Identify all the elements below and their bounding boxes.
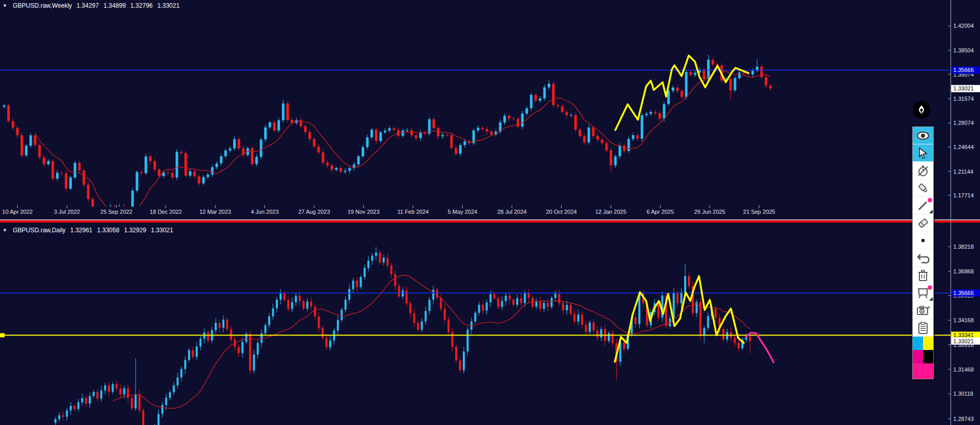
svg-text:1.33021: 1.33021: [953, 85, 974, 91]
weekly-high-value: 1.34899: [103, 2, 125, 9]
svg-text:3 Jul 2022: 3 Jul 2022: [54, 209, 80, 215]
active-color-dot: [928, 285, 932, 290]
eraser-icon: [916, 216, 930, 230]
brush-size-button[interactable]: [913, 232, 933, 249]
svg-text:10 Apr 2022: 10 Apr 2022: [2, 209, 32, 215]
select-cursor-button[interactable]: [913, 144, 933, 162]
undo-button[interactable]: [913, 249, 933, 267]
trash-icon: [917, 269, 929, 282]
daily-close-value: 1.33021: [151, 227, 173, 234]
daily-open-value: 1.32961: [70, 227, 92, 234]
svg-text:1.30118: 1.30118: [953, 391, 973, 397]
visibility-toggle-button[interactable]: [913, 127, 933, 144]
svg-text:1.42004: 1.42004: [953, 23, 974, 29]
svg-text:4 Jun 2023: 4 Jun 2023: [251, 209, 278, 215]
pane-divider: [0, 219, 980, 220]
svg-text:1.21144: 1.21144: [953, 169, 973, 175]
svg-text:1.31468: 1.31468: [953, 366, 974, 373]
dot-icon: [920, 238, 926, 243]
trading-platform-window: 1.420041.385041.350741.315741.280741.246…: [0, 0, 980, 425]
svg-text:1.28074: 1.28074: [953, 120, 974, 126]
svg-text:1.35666: 1.35666: [953, 67, 974, 73]
svg-text:1.28743: 1.28743: [953, 416, 974, 422]
swatch-black[interactable]: [923, 350, 933, 363]
svg-text:1.34168: 1.34168: [953, 317, 974, 323]
timer-disable-button[interactable]: [913, 162, 933, 179]
svg-text:1.38504: 1.38504: [953, 47, 974, 53]
svg-text:1.36868: 1.36868: [953, 268, 974, 274]
screenshot-button[interactable]: [913, 302, 933, 319]
svg-text:5 May 2024: 5 May 2024: [448, 209, 477, 215]
svg-text:1.31574: 1.31574: [953, 96, 974, 102]
svg-text:1.17714: 1.17714: [953, 192, 974, 198]
weekly-open-value: 1.34297: [77, 2, 99, 9]
svg-text:18 Dec 2022: 18 Dec 2022: [150, 209, 182, 215]
svg-text:28 Jul 2024: 28 Jul 2024: [497, 209, 526, 215]
paste-list-button[interactable]: [913, 319, 933, 337]
active-color-dot: [928, 198, 932, 202]
svg-text:1.35666: 1.35666: [953, 290, 974, 296]
svg-text:21 Sep 2025: 21 Sep 2025: [743, 209, 775, 215]
flyout-corner-icon: [929, 297, 933, 301]
svg-text:1.38218: 1.38218: [953, 244, 974, 250]
svg-text:12 Mar 2023: 12 Mar 2023: [199, 209, 231, 215]
cursor-arrow-icon: [918, 147, 928, 159]
palette-row-2: [913, 350, 933, 363]
eraser-tool-button[interactable]: [913, 214, 933, 232]
flyout-corner-icon: [929, 210, 933, 213]
weekly-symbol-label: GBPUSD.raw,Weekly: [13, 2, 72, 9]
active-color-swatch[interactable]: [913, 363, 933, 379]
daily-chart-title: ▼ GBPUSD.raw,Daily 1.32961 1.33058 1.329…: [3, 227, 173, 234]
palette-row-1: [913, 337, 933, 350]
svg-text:29 Jun 2025: 29 Jun 2025: [694, 209, 725, 215]
svg-text:20 Oct 2024: 20 Oct 2024: [546, 209, 577, 215]
swatch-yellow[interactable]: [923, 337, 933, 350]
collapse-arrow-icon[interactable]: ▼: [3, 3, 7, 8]
stopwatch-off-icon: [917, 164, 929, 177]
svg-text:27 Aug 2023: 27 Aug 2023: [298, 209, 330, 215]
swatch-cyan[interactable]: [913, 337, 923, 350]
tool-panel: [912, 126, 934, 379]
drawing-toolbar: [912, 101, 936, 379]
board-tool-button[interactable]: [913, 284, 933, 302]
weekly-close-value: 1.33021: [157, 2, 179, 9]
svg-text:6 Apr 2025: 6 Apr 2025: [647, 209, 674, 215]
line-pen-tool-button[interactable]: [913, 197, 933, 214]
collapse-arrow-icon[interactable]: ▼: [3, 228, 7, 233]
svg-text:1.33341: 1.33341: [953, 332, 974, 338]
marker-icon: [917, 182, 929, 194]
svg-text:11 Feb 2024: 11 Feb 2024: [398, 209, 429, 215]
weekly-low-value: 1.32796: [130, 2, 153, 9]
svg-text:1.33021: 1.33021: [953, 338, 974, 344]
weekly-chart-title: ▼ GBPUSD.raw,Weekly 1.34297 1.34899 1.32…: [3, 2, 180, 9]
daily-symbol-label: GBPUSD.raw,Daily: [13, 227, 66, 234]
daily-high-value: 1.33058: [97, 227, 119, 234]
camera-icon: [916, 305, 930, 316]
marker-tool-button[interactable]: [913, 179, 933, 197]
undo-arrow-icon: [916, 252, 930, 264]
svg-text:25 Sep 2022: 25 Sep 2022: [100, 209, 132, 215]
svg-text:1.24644: 1.24644: [953, 144, 974, 150]
eye-icon: [916, 131, 930, 140]
swatch-magenta[interactable]: [913, 350, 923, 363]
clipboard-icon: [918, 322, 928, 334]
svg-text:12 Jan 2025: 12 Jan 2025: [595, 209, 627, 215]
delete-button[interactable]: [913, 267, 933, 284]
pen-tool-button[interactable]: [913, 101, 930, 119]
hline-handle: [0, 333, 5, 337]
daily-low-value: 1.32929: [124, 227, 146, 234]
charts-canvas[interactable]: 1.420041.385041.350741.315741.280741.246…: [0, 0, 980, 425]
pen-nib-icon: [916, 105, 927, 115]
svg-text:19 Nov 2023: 19 Nov 2023: [348, 209, 380, 215]
